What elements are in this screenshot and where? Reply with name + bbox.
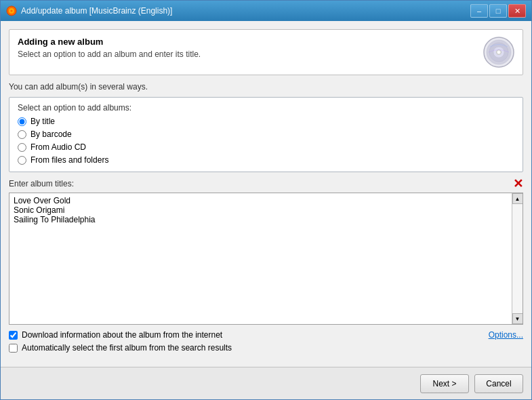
options-link[interactable]: Options... — [489, 330, 523, 340]
enter-label: Enter album titles: — [9, 179, 74, 188]
scroll-track[interactable] — [512, 204, 523, 313]
checkboxes-section: Download information about the album fro… — [9, 330, 523, 353]
main-window: Add/update album [MusicBrainz (English)]… — [0, 0, 532, 400]
auto-select-row[interactable]: Automatically select the first album fro… — [9, 343, 523, 353]
radio-by-title[interactable]: By title — [18, 117, 514, 126]
cancel-button[interactable]: Cancel — [474, 374, 523, 393]
download-info-text: Download information about the album fro… — [22, 330, 222, 340]
scroll-up-button[interactable]: ▲ — [512, 193, 523, 204]
download-info-row: Download information about the album fro… — [9, 330, 523, 340]
minimize-button[interactable]: – — [470, 4, 488, 18]
text-area-wrapper: Love Over Gold Sonic Origami Sailing To … — [9, 193, 523, 325]
radio-from-files-label: From files and folders — [30, 155, 108, 165]
radio-by-title-label: By title — [30, 117, 55, 126]
auto-select-text: Automatically select the first album fro… — [22, 343, 232, 353]
options-group: Select an option to add albums: By title… — [9, 97, 523, 172]
header-text: Adding a new album Select an option to a… — [18, 37, 201, 59]
maximize-button[interactable]: □ — [489, 4, 507, 18]
radio-from-audio-cd-label: From Audio CD — [30, 142, 86, 152]
radio-by-barcode[interactable]: By barcode — [18, 129, 514, 139]
svg-point-8 — [498, 52, 500, 54]
album-titles-textarea[interactable]: Love Over Gold Sonic Origami Sailing To … — [9, 193, 512, 324]
title-bar-controls: – □ ✕ — [470, 4, 526, 18]
content-area: Adding a new album Select an option to a… — [1, 21, 531, 367]
auto-select-checkbox[interactable] — [9, 344, 18, 353]
radio-from-files[interactable]: From files and folders — [18, 155, 514, 165]
clear-button[interactable]: ✕ — [513, 178, 523, 190]
options-group-label: Select an option to add albums: — [18, 103, 514, 113]
radio-by-barcode-label: By barcode — [30, 129, 72, 139]
radio-by-title-input[interactable] — [18, 117, 26, 126]
enter-section: Enter album titles: ✕ Love Over Gold Son… — [9, 178, 523, 325]
radio-from-audio-cd[interactable]: From Audio CD — [18, 142, 514, 152]
subtext: Select an option to add an album and ent… — [18, 49, 201, 59]
close-button[interactable]: ✕ — [508, 4, 526, 18]
radio-by-barcode-input[interactable] — [18, 130, 26, 139]
svg-point-2 — [11, 10, 13, 12]
next-button[interactable]: Next > — [420, 374, 469, 393]
info-text: You can add album(s) in several ways. — [9, 82, 523, 92]
app-icon — [6, 5, 17, 16]
scrollbar[interactable]: ▲ ▼ — [512, 193, 523, 324]
cd-icon — [483, 37, 514, 68]
radio-from-audio-cd-input[interactable] — [18, 143, 26, 152]
title-bar-left: Add/update album [MusicBrainz (English)] — [6, 5, 172, 16]
footer: Next > Cancel — [1, 367, 531, 399]
download-info-label[interactable]: Download information about the album fro… — [9, 330, 489, 340]
header-section: Adding a new album Select an option to a… — [9, 29, 523, 75]
download-info-checkbox[interactable] — [9, 331, 18, 340]
scroll-down-button[interactable]: ▼ — [512, 313, 523, 324]
title-bar: Add/update album [MusicBrainz (English)]… — [1, 1, 531, 21]
enter-header: Enter album titles: ✕ — [9, 178, 523, 190]
window-title: Add/update album [MusicBrainz (English)] — [21, 6, 172, 16]
radio-from-files-input[interactable] — [18, 156, 26, 165]
heading: Adding a new album — [18, 37, 201, 47]
